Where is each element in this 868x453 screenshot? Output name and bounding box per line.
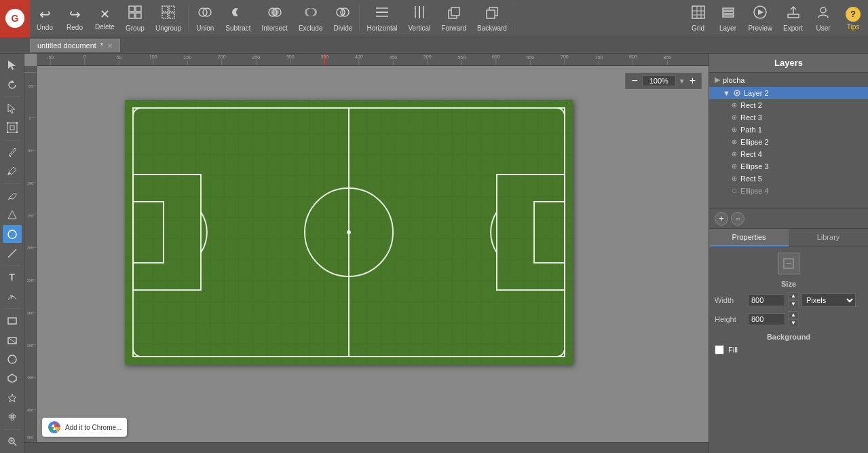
right-panel: Layers ▶ plocha ▼ Layer 2 Rect 2 R [709,54,868,453]
unit-select[interactable]: Pixels [801,293,856,307]
add-layer-button[interactable]: + [715,212,728,225]
user-button[interactable]: User [808,0,838,37]
svg-point-49 [7,132,9,134]
exclude-button[interactable]: Exclude [293,0,328,37]
layer-item-path1[interactable]: Path 1 [709,124,868,136]
layer-item-rect5[interactable]: Rect 5 [709,173,868,185]
width-increment[interactable]: ▲ [788,292,799,300]
zoom-input[interactable] [642,75,676,86]
subtract-button[interactable]: Subtract [220,0,256,37]
pencil-tool[interactable] [3,186,22,204]
layer-item-layer2[interactable]: ▼ Layer 2 [709,87,868,99]
svg-rect-45 [7,123,17,132]
exclude-label: Exclude [299,24,323,32]
svg-rect-56 [8,318,16,324]
horizontal-scrollbar[interactable] [24,442,709,453]
properties-icon-button[interactable] [778,253,799,274]
select-tool[interactable] [3,56,22,74]
height-input[interactable] [748,313,785,325]
zoom-tool[interactable] [3,433,22,450]
fill-checkbox[interactable] [715,345,724,355]
forward-button[interactable]: Forward [436,0,472,37]
star-tool[interactable] [3,389,22,407]
backward-button[interactable]: Backward [472,0,512,37]
group-button[interactable]: Group [120,0,150,37]
rect-frame-tool[interactable] [3,312,22,329]
layer-item-ellipse4[interactable]: Ellipse 4 [709,185,868,197]
svg-text:250: 250 [27,278,33,283]
height-decrement[interactable]: ▼ [788,319,799,327]
union-button[interactable]: Union [190,0,220,37]
layer-item-rect2[interactable]: Rect 2 [709,99,868,111]
tab-library[interactable]: Library [789,229,868,247]
tips-label: Tips [847,23,860,31]
forward-icon [447,5,461,23]
ellipse-tool[interactable] [3,225,22,242]
undo-button[interactable]: ↩ Undo [30,0,60,37]
transform-tool[interactable] [3,119,22,137]
layer-item-rect3[interactable]: Rect 3 [709,111,868,124]
layer-item-ellipse2[interactable]: Ellipse 2 [709,136,868,148]
path-text-tool[interactable]: T [3,288,22,306]
layer-button[interactable]: Layer [713,0,743,37]
shape-tool[interactable] [3,206,22,223]
svg-text:-50: -50 [27,84,33,88]
ungroup-button[interactable]: Ungroup [150,0,187,37]
layer-item-ellipse3[interactable]: Ellipse 3 [709,160,868,173]
height-increment[interactable]: ▲ [788,311,799,319]
svg-line-68 [14,443,16,446]
field-background [125,100,573,365]
svg-marker-52 [8,211,16,219]
svg-text:100: 100 [149,54,157,59]
rect3-name: Rect 3 [740,113,762,122]
canvas-viewport[interactable]: − 100% ▼ + [37,66,709,442]
layer-icon [721,5,736,23]
knife-tool[interactable] [3,143,22,161]
grid-button[interactable]: Grid [683,0,713,37]
svg-text:800: 800 [629,54,637,59]
zoom-plus-button[interactable]: + [688,75,697,87]
layer-item-rect4[interactable]: Rect 4 [709,148,868,160]
field-markings [125,100,573,365]
divide-button[interactable]: Divide [328,0,358,37]
width-input[interactable] [748,294,785,306]
line-tool[interactable] [3,244,22,262]
export-button[interactable]: Export [778,0,808,37]
tips-button[interactable]: ? Tips [838,0,868,37]
svg-text:400: 400 [27,376,33,380]
text-tool[interactable]: T [3,268,22,286]
svg-point-157 [734,141,736,143]
width-row: Width ▲ ▼ Pixels [715,292,863,308]
zoom-minus-button[interactable]: − [630,75,639,87]
grid-icon [691,5,706,23]
flower-tool[interactable] [3,408,22,426]
rect2-name: Rect 2 [740,101,762,109]
rotate-tool[interactable] [3,75,22,93]
svg-rect-46 [10,126,14,130]
redo-button[interactable]: ↪ Redo [60,0,90,37]
preview-button[interactable]: Preview [743,0,778,37]
vertical-button[interactable]: Vertical [402,0,436,37]
zoom-dropdown-button[interactable]: ▼ [679,77,685,85]
remove-layer-button[interactable]: − [731,212,744,225]
layers-tree: ▶ plocha ▼ Layer 2 Rect 2 Rect 3 [709,73,868,209]
rect-tool[interactable] [3,331,22,348]
circle-tool[interactable] [3,350,22,368]
group-label: Group [126,24,145,32]
grid-label: Grid [692,24,704,32]
delete-button[interactable]: ✕ Delete [90,0,120,37]
polygon-tool[interactable] [3,369,22,387]
svg-rect-142 [133,175,201,290]
width-decrement[interactable]: ▼ [788,300,799,308]
dropper-tool[interactable] [3,162,22,180]
svg-point-11 [236,8,244,16]
horizontal-button[interactable]: Horizontal [361,0,402,37]
layer-root-plocha[interactable]: ▶ plocha [709,73,868,87]
separator-2 [359,5,360,32]
document-tab[interactable]: untitled document * ✕ [30,39,120,52]
intersect-button[interactable]: Intersect [257,0,293,37]
direct-select-tool[interactable] [3,100,22,117]
tab-close-button[interactable]: ✕ [107,42,113,50]
svg-marker-61 [8,394,16,402]
tab-properties[interactable]: Properties [709,229,789,247]
